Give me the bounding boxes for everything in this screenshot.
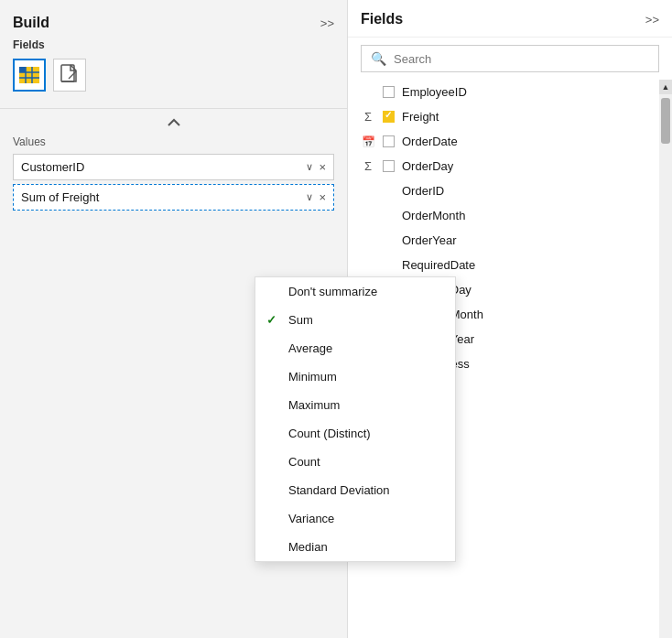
dropdown-item-count-distinct[interactable]: Count (Distinct) <box>255 419 455 448</box>
dropdown-item-sum[interactable]: ✓ Sum <box>255 306 455 334</box>
build-expand-icon[interactable]: >> <box>320 16 334 30</box>
values-section: Values CustomerID ∨ × Sum of Freight ∨ × <box>0 135 347 214</box>
customerid-field-row[interactable]: CustomerID ∨ × <box>13 154 334 180</box>
fields-icons-row <box>13 59 334 92</box>
list-item[interactable]: OrderYear <box>348 228 672 253</box>
sum-freight-actions: ∨ × <box>306 190 326 204</box>
orderday-checkbox[interactable] <box>383 160 395 172</box>
svg-rect-5 <box>19 67 26 72</box>
orderday-name: OrderDay <box>402 159 453 173</box>
dropdown-item-variance[interactable]: Variance <box>255 504 455 533</box>
sum-label: Sum <box>288 313 313 327</box>
list-item[interactable]: Σ Freight <box>348 104 672 129</box>
page-view-button[interactable] <box>53 59 86 92</box>
list-item[interactable]: RequiredDate <box>348 253 672 277</box>
freight-name: Freight <box>402 110 439 124</box>
orderdate-name: OrderDate <box>402 135 458 148</box>
dropdown-item-minimum[interactable]: Minimum <box>255 362 455 391</box>
list-item[interactable]: EmployeeID <box>348 80 672 104</box>
build-header: Build >> <box>0 11 347 38</box>
list-item[interactable]: OrderMonth <box>348 203 672 228</box>
median-label: Median <box>288 540 328 554</box>
sum-freight-chevron-icon[interactable]: ∨ <box>306 191 313 203</box>
count-label: Count <box>288 455 320 469</box>
scrollbar-up-button[interactable]: ▲ <box>659 80 672 94</box>
dropdown-item-maximum[interactable]: Maximum <box>255 391 455 419</box>
list-item[interactable]: OrderID <box>348 178 672 203</box>
dropdown-item-count[interactable]: Count <box>255 448 455 476</box>
values-label: Values <box>13 135 334 148</box>
dropdown-item-std-dev[interactable]: Standard Deviation <box>255 476 455 504</box>
scrollbar-thumb[interactable] <box>661 98 670 144</box>
collapse-arrow[interactable] <box>0 116 347 135</box>
build-title: Build <box>13 15 49 31</box>
fields-title: Fields <box>361 11 403 27</box>
scrollbar[interactable]: ▲ <box>659 80 672 638</box>
sum-freight-close-icon[interactable]: × <box>319 190 326 204</box>
sum-freight-label: Sum of Freight <box>21 190 306 204</box>
list-item[interactable]: 📅 OrderDate <box>348 129 672 154</box>
calendar-icon: 📅 <box>361 135 375 148</box>
dropdown-item-dont-summarize[interactable]: Don't summarize <box>255 277 455 306</box>
sigma-icon: Σ <box>361 110 375 124</box>
document-icon <box>60 64 79 86</box>
fields-expand-icon[interactable]: >> <box>645 13 659 27</box>
dropdown-item-median[interactable]: Median <box>255 533 455 561</box>
orderyear-name: OrderYear <box>383 233 457 247</box>
table-view-button[interactable] <box>13 59 46 92</box>
employeeid-name: EmployeeID <box>402 85 467 99</box>
variance-label: Variance <box>288 512 334 525</box>
employeeid-checkbox[interactable] <box>383 86 395 98</box>
customerid-label: CustomerID <box>21 160 306 174</box>
collapse-icon <box>167 118 181 127</box>
summarize-dropdown: Don't summarize ✓ Sum Average Minimum Ma… <box>255 276 456 562</box>
requireddate-name: RequiredDate <box>383 258 475 272</box>
divider-1 <box>0 108 347 109</box>
search-input[interactable] <box>394 52 649 66</box>
dropdown-item-average[interactable]: Average <box>255 334 455 362</box>
ordermonth-name: OrderMonth <box>383 209 465 222</box>
freight-checkbox[interactable] <box>383 111 395 123</box>
count-distinct-label: Count (Distinct) <box>288 427 371 440</box>
minimum-label: Minimum <box>288 370 337 384</box>
orderdate-checkbox[interactable] <box>383 135 395 147</box>
customerid-chevron-icon[interactable]: ∨ <box>306 161 313 173</box>
maximum-label: Maximum <box>288 398 340 412</box>
fields-section: Fields <box>0 38 347 101</box>
search-box[interactable]: 🔍 <box>361 45 659 72</box>
scrollbar-thumb-track <box>659 94 672 638</box>
search-icon: 🔍 <box>371 51 386 66</box>
fields-header: Fields >> <box>348 0 672 38</box>
list-item[interactable]: Σ OrderDay <box>348 154 672 178</box>
svg-line-7 <box>69 71 76 79</box>
orderid-name: OrderID <box>383 184 444 198</box>
sigma-icon: Σ <box>361 159 375 173</box>
average-label: Average <box>288 341 332 355</box>
sum-check-icon: ✓ <box>266 313 276 327</box>
fields-label: Fields <box>13 38 334 51</box>
std-dev-label: Standard Deviation <box>288 483 390 497</box>
dont-summarize-label: Don't summarize <box>288 285 377 298</box>
table-grid-icon <box>19 67 39 83</box>
customerid-actions: ∨ × <box>306 160 326 174</box>
customerid-close-icon[interactable]: × <box>319 160 326 174</box>
sum-freight-field-row[interactable]: Sum of Freight ∨ × <box>13 184 334 211</box>
